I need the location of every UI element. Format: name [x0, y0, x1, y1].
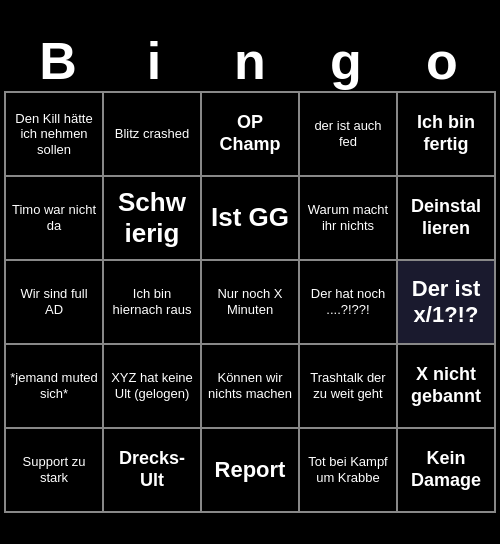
title-letter: g: [316, 35, 376, 87]
bingo-cell: Kein Damage: [398, 429, 496, 513]
bingo-cell: *jemand muted sich*: [6, 345, 104, 429]
bingo-cell: Der hat noch ....?!??!: [300, 261, 398, 345]
bingo-cell: Wir sind full AD: [6, 261, 104, 345]
bingo-card: Bingo Den Kill hätte ich nehmen sollenBl…: [0, 27, 500, 517]
title-letter: o: [412, 35, 472, 87]
bingo-cell: Trashtalk der zu weit geht: [300, 345, 398, 429]
bingo-cell: X nicht gebannt: [398, 345, 496, 429]
title-letter: i: [124, 35, 184, 87]
bingo-cell: Drecks-Ult: [104, 429, 202, 513]
bingo-cell: Blitz crashed: [104, 93, 202, 177]
bingo-cell: OP Champ: [202, 93, 300, 177]
bingo-cell: Timo war nicht da: [6, 177, 104, 261]
bingo-cell: Der ist x/1?!?: [398, 261, 496, 345]
bingo-cell: Schw ierig: [104, 177, 202, 261]
bingo-cell: Nur noch X Minuten: [202, 261, 300, 345]
title-letter: B: [28, 35, 88, 87]
bingo-cell: XYZ hat keine Ult (gelogen): [104, 345, 202, 429]
bingo-grid: Den Kill hätte ich nehmen sollenBlitz cr…: [4, 91, 496, 513]
bingo-cell: Report: [202, 429, 300, 513]
bingo-cell: Ist GG: [202, 177, 300, 261]
title-letter: n: [220, 35, 280, 87]
bingo-cell: Den Kill hätte ich nehmen sollen: [6, 93, 104, 177]
bingo-cell: Deinstal lieren: [398, 177, 496, 261]
bingo-cell: Ich bin hiernach raus: [104, 261, 202, 345]
bingo-cell: Ich bin fertig: [398, 93, 496, 177]
bingo-cell: der ist auch fed: [300, 93, 398, 177]
bingo-title: Bingo: [0, 27, 500, 91]
bingo-cell: Können wir nichts machen: [202, 345, 300, 429]
bingo-cell: Warum macht ihr nichts: [300, 177, 398, 261]
bingo-cell: Tot bei Kampf um Krabbe: [300, 429, 398, 513]
bingo-cell: Support zu stark: [6, 429, 104, 513]
